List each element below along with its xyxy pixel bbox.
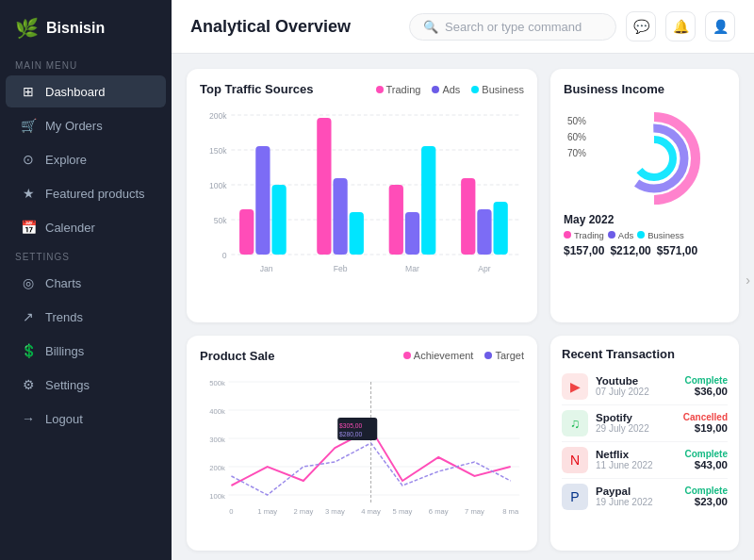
sale-card: Product Sale Achievement Target 500k 400… (187, 336, 537, 552)
notification-button[interactable]: 🔔 (665, 11, 696, 41)
tx-logo-youtube: ▶ (562, 373, 588, 400)
settings-icon: ⚙ (21, 377, 36, 392)
svg-rect-14 (317, 118, 331, 255)
svg-text:7 may: 7 may (465, 506, 484, 515)
traffic-card: Top Traffic Sources Trading Ads Business (187, 69, 537, 322)
sidebar-label-charts: Charts (45, 276, 81, 290)
sale-chart-header: Product Sale Achievement Target (200, 349, 524, 363)
sidebar-label-featured: Featured products (45, 187, 145, 201)
tx-amount: $43,00 (684, 459, 728, 470)
explore-icon: ⊙ (21, 152, 36, 167)
transaction-card: Recent Transaction ▶ Youtube 07 July 202… (550, 336, 739, 552)
sidebar-label-my-orders: My Orders (45, 119, 103, 133)
app-logo: 🌿 Bisnisin (0, 0, 172, 53)
sidebar-item-billings[interactable]: 💲 Billings (6, 335, 166, 367)
svg-text:1 may: 1 may (257, 506, 277, 515)
svg-text:8 ma: 8 ma (502, 506, 519, 515)
legend-trading: Trading (376, 84, 421, 95)
donut-label-60: 60% (567, 129, 586, 145)
income-legend-ads: Ads (608, 230, 633, 240)
svg-text:400k: 400k (209, 406, 225, 415)
bar-chart-svg: 200k 150k 100k 50k 0 Jan (200, 106, 524, 294)
logout-icon: → (21, 411, 36, 426)
tx-amount: $19,00 (683, 422, 728, 434)
dashboard-content: Top Traffic Sources Trading Ads Business (172, 54, 754, 560)
profile-button[interactable]: 👤 (705, 11, 735, 41)
svg-text:Mar: Mar (405, 264, 419, 273)
traffic-chart-header: Top Traffic Sources Trading Ads Business (200, 82, 524, 96)
svg-text:4 may: 4 may (361, 506, 381, 515)
legend-target: Target (484, 350, 524, 361)
tx-logo-paypal: P (562, 484, 588, 510)
svg-rect-24 (494, 202, 508, 255)
tx-date: 19 June 2022 (596, 497, 677, 507)
income-next-arrow[interactable]: › (746, 272, 750, 288)
featured-icon: ★ (21, 186, 36, 201)
svg-text:$305,00: $305,00 (339, 421, 362, 428)
header-right: 🔍 Search or type command 💬 🔔 👤 (409, 11, 735, 41)
svg-text:5 may: 5 may (393, 506, 413, 515)
line-chart-area: 500k 400k 300k 200k 100k (200, 372, 524, 523)
income-legend-row: Trading Ads Business (564, 230, 726, 240)
transaction-list: ▶ Youtube 07 July 2022 Complete $36,00 ♫… (562, 369, 728, 515)
sidebar-item-logout[interactable]: → Logout (6, 403, 166, 435)
svg-text:0: 0 (222, 251, 227, 260)
income-val-ads: $212,00 (610, 244, 650, 257)
tx-amount: $36,00 (684, 386, 728, 397)
tx-status: Complete (684, 375, 728, 386)
donut-label-70: 70% (567, 145, 586, 161)
svg-text:50k: 50k (214, 216, 227, 225)
svg-text:0: 0 (229, 506, 234, 515)
donut-label-50: 50% (567, 113, 586, 129)
search-icon: 🔍 (423, 20, 438, 34)
sidebar-item-my-orders[interactable]: 🛒 My Orders (6, 109, 166, 141)
chat-button[interactable]: 💬 (626, 11, 656, 41)
tx-info: Netflix 11 June 2022 (596, 449, 677, 470)
tx-right: Complete $36,00 (684, 375, 728, 397)
tx-logo-spotify: ♫ (562, 410, 588, 436)
sidebar-item-trends[interactable]: ↗ Trends (6, 301, 166, 333)
transaction-item: N Netflix 11 June 2022 Complete $43,00 (562, 442, 728, 479)
sidebar-item-settings[interactable]: ⚙ Settings (6, 369, 166, 401)
tx-name: Spotify (596, 412, 676, 423)
tx-status: Complete (684, 449, 728, 459)
tx-status: Complete (684, 486, 728, 496)
sidebar-item-featured-products[interactable]: ★ Featured products (6, 177, 166, 209)
sidebar-item-calender[interactable]: 📅 Calender (6, 211, 166, 243)
search-bar[interactable]: 🔍 Search or type command (409, 13, 616, 41)
svg-text:150k: 150k (209, 146, 227, 156)
transaction-item: P Paypal 19 June 2022 Complete $23,00 (562, 479, 728, 515)
tx-info: Paypal 19 June 2022 (596, 486, 677, 507)
tx-name: Paypal (596, 486, 677, 497)
sidebar-item-dashboard[interactable]: ⊞ Dashboard (6, 75, 166, 107)
calendar-icon: 📅 (21, 220, 36, 235)
sidebar-label-trends: Trends (45, 310, 83, 324)
income-values: $157,00 $212,00 $571,00 (564, 244, 726, 257)
bar-chart-area: 200k 150k 100k 50k 0 Jan (200, 106, 524, 294)
sidebar-item-charts[interactable]: ◎ Charts (6, 267, 166, 299)
sidebar-label-settings: Settings (45, 378, 90, 392)
app-name: Bisnisin (46, 20, 105, 37)
svg-rect-10 (239, 209, 254, 255)
tx-name: Netflix (596, 449, 677, 460)
svg-text:Feb: Feb (334, 264, 348, 273)
tx-date: 29 July 2022 (596, 423, 676, 434)
settings-section-label: SETTINGS (0, 244, 172, 266)
main-content: Analytical Overview 🔍 Search or type com… (172, 0, 754, 560)
header: Analytical Overview 🔍 Search or type com… (172, 0, 754, 54)
traffic-title: Top Traffic Sources (200, 82, 313, 96)
sidebar-item-explore[interactable]: ⊙ Explore (6, 143, 166, 175)
svg-point-28 (635, 140, 673, 177)
svg-text:Jan: Jan (260, 264, 273, 273)
charts-icon: ◎ (21, 275, 36, 290)
svg-text:200k: 200k (209, 463, 225, 471)
tx-right: Complete $43,00 (684, 449, 728, 470)
donut-chart (583, 104, 706, 207)
sidebar-label-explore: Explore (45, 153, 87, 167)
traffic-legend: Trading Ads Business (376, 84, 525, 95)
sidebar-label-dashboard: Dashboard (45, 85, 106, 99)
sidebar: 🌿 Bisnisin Main menu ⊞ Dashboard 🛒 My Or… (0, 0, 172, 560)
svg-rect-23 (477, 209, 491, 255)
svg-rect-19 (405, 212, 419, 255)
svg-text:3 may: 3 may (325, 506, 345, 515)
